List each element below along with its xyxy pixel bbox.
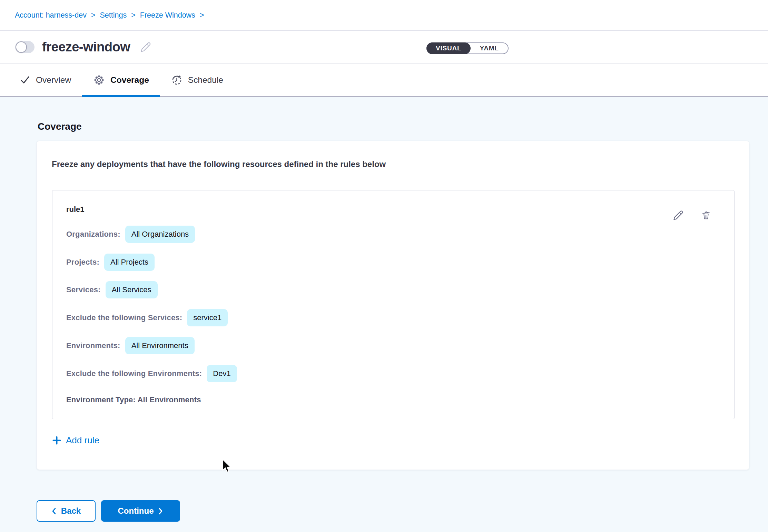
rule-card: rule1 <box>52 190 735 419</box>
rule-field-environments: Environments: All Environments <box>66 337 195 354</box>
visual-toggle-button[interactable]: VISUAL <box>426 42 471 54</box>
page-header: freeze-window VISUAL YAML <box>0 31 768 63</box>
yaml-toggle-button[interactable]: YAML <box>471 43 508 53</box>
tab-coverage-label: Coverage <box>110 75 149 85</box>
breadcrumb-settings-link[interactable]: Settings <box>100 11 127 20</box>
coverage-card: Freeze any deployments that have the fol… <box>37 141 749 470</box>
breadcrumb-account-link[interactable]: Account: harness-dev <box>15 11 87 20</box>
delete-rule-trash-icon[interactable] <box>701 210 711 220</box>
edit-title-pencil-icon[interactable] <box>140 42 151 52</box>
breadcrumb-freeze-windows-link[interactable]: Freeze Windows <box>140 11 195 20</box>
tab-coverage[interactable]: Coverage <box>82 63 160 96</box>
rule-name: rule1 <box>66 205 85 214</box>
rule-field-organizations: Organizations: All Organizations <box>66 226 195 243</box>
field-value-tag: All Environments <box>125 337 195 354</box>
continue-button-label: Continue <box>118 506 154 516</box>
continue-button[interactable]: Continue <box>101 500 180 522</box>
content-area: Coverage Freeze any deployments that hav… <box>0 97 768 532</box>
field-label: Exclude the following Environments: <box>66 369 202 378</box>
add-rule-button[interactable]: Add rule <box>52 435 99 446</box>
check-icon <box>20 75 30 85</box>
section-title: Coverage <box>38 121 82 132</box>
tab-overview-label: Overview <box>36 75 71 85</box>
chevron-left-icon <box>51 507 57 515</box>
back-button-label: Back <box>61 506 81 516</box>
tab-bar: Overview Coverage <box>0 63 768 97</box>
add-rule-label: Add rule <box>66 435 99 446</box>
breadcrumb-separator-icon: > <box>131 11 136 20</box>
field-label: Projects: <box>66 258 99 267</box>
visual-yaml-switch: VISUAL YAML <box>426 42 509 54</box>
rule-field-projects: Projects: All Projects <box>66 254 155 271</box>
toggle-knob <box>16 41 27 53</box>
field-label: Environments: <box>66 341 120 350</box>
tab-overview[interactable]: Overview <box>9 63 82 96</box>
tab-schedule[interactable]: Schedule <box>160 63 234 96</box>
chevron-right-icon <box>158 507 163 515</box>
field-label: Exclude the following Services: <box>66 313 182 322</box>
coverage-description: Freeze any deployments that have the fol… <box>52 159 386 169</box>
rule-field-exclude-environments: Exclude the following Environments: Dev1 <box>66 365 237 382</box>
clock-schedule-icon <box>171 74 183 86</box>
plus-icon <box>52 436 61 445</box>
field-value-tag: Dev1 <box>207 365 237 382</box>
field-value-tag: service1 <box>187 309 228 326</box>
freeze-window-page: Account: harness-dev > Settings > Freeze… <box>0 0 768 532</box>
edit-rule-pencil-icon[interactable] <box>673 210 683 220</box>
field-label: Organizations: <box>66 230 120 239</box>
breadcrumb-separator-icon: > <box>91 11 96 20</box>
breadcrumb-separator-icon: > <box>200 11 204 20</box>
field-value-tag: All Projects <box>104 254 155 271</box>
field-value-tag: All Services <box>106 281 158 298</box>
field-label: Services: <box>66 285 101 294</box>
back-button[interactable]: Back <box>37 500 96 522</box>
field-value-tag: All Organizations <box>125 226 195 243</box>
breadcrumb: Account: harness-dev > Settings > Freeze… <box>0 0 768 31</box>
rule-actions <box>673 210 711 220</box>
rule-field-exclude-services: Exclude the following Services: service1 <box>66 309 228 326</box>
environment-type-text: Environment Type: All Environments <box>66 395 201 404</box>
page-title: freeze-window <box>42 40 130 55</box>
tab-schedule-label: Schedule <box>188 75 223 85</box>
rule-field-services: Services: All Services <box>66 281 158 298</box>
freeze-enabled-toggle[interactable] <box>15 41 35 53</box>
gear-icon <box>93 74 105 86</box>
